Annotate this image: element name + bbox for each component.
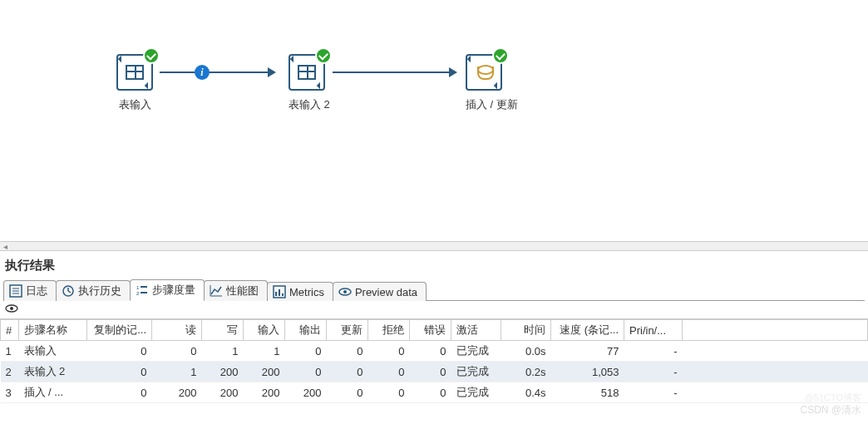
step-table-input-2[interactable]: 表输入 2 xyxy=(289,54,330,112)
tab-perf-graph[interactable]: 性能图 xyxy=(204,280,268,301)
step-label: 表输入 xyxy=(116,97,153,112)
hop-1[interactable] xyxy=(160,71,268,73)
cell-step-name: 表输入 xyxy=(19,341,87,362)
info-icon[interactable]: i xyxy=(195,65,210,80)
hop-2[interactable] xyxy=(333,71,449,73)
cell-out: 200 xyxy=(285,382,327,403)
chart-icon xyxy=(210,284,223,298)
table-row[interactable]: 1表输入00110000已完成0.0s77- xyxy=(1,341,868,362)
cell-in: 1 xyxy=(244,341,285,362)
col-update[interactable]: 更新 xyxy=(327,320,368,341)
eye-icon[interactable] xyxy=(5,304,18,317)
col-time[interactable]: 时间 xyxy=(501,320,551,341)
cell-copy: 0 xyxy=(87,341,152,362)
success-badge-icon xyxy=(315,47,332,64)
cell-active: 已完成 xyxy=(451,341,501,362)
cell-read: 200 xyxy=(152,382,202,403)
svg-rect-14 xyxy=(275,292,277,296)
col-reject[interactable]: 拒绝 xyxy=(368,320,410,341)
cell-read: 1 xyxy=(152,362,202,382)
watermark-secondary: @51CTO博客 xyxy=(805,392,861,404)
eye-icon xyxy=(338,285,352,298)
cell-index: 1 xyxy=(1,341,19,362)
cell-reject: 0 xyxy=(368,341,410,362)
cell-out: 0 xyxy=(285,341,327,362)
cell-time: 0.0s xyxy=(501,341,551,362)
results-title: 执行结果 xyxy=(0,251,868,279)
col-read[interactable]: 读 xyxy=(152,320,202,341)
cell-error: 0 xyxy=(410,341,451,362)
svg-point-20 xyxy=(10,307,13,310)
cell-error: 0 xyxy=(410,362,451,382)
cell-write: 200 xyxy=(202,362,244,382)
database-icon xyxy=(475,63,493,81)
tab-label: Metrics xyxy=(289,286,324,298)
log-icon xyxy=(9,284,22,298)
tab-history[interactable]: 执行历史 xyxy=(56,280,131,301)
cell-read: 0 xyxy=(152,341,202,362)
table-header-row: # 步骤名称 复制的记... 读 写 输入 输出 更新 拒绝 错误 激活 时间 … xyxy=(1,320,868,341)
col-error[interactable]: 错误 xyxy=(410,320,451,341)
table-icon xyxy=(126,65,144,80)
watermark-primary: CSDN @清水 xyxy=(800,403,861,417)
cell-copy: 0 xyxy=(87,362,152,382)
cell-write: 200 xyxy=(202,382,244,403)
col-step-name[interactable]: 步骤名称 xyxy=(19,320,87,341)
step-label: 插入 / 更新 xyxy=(466,97,518,112)
col-in[interactable]: 输入 xyxy=(244,320,285,341)
svg-rect-15 xyxy=(279,289,280,296)
cell-active: 已完成 xyxy=(451,362,501,382)
tab-label: 性能图 xyxy=(226,283,259,298)
tab-label: 执行历史 xyxy=(78,283,121,298)
svg-text:1: 1 xyxy=(136,285,140,290)
splitter[interactable] xyxy=(0,241,868,251)
tab-label: Preview data xyxy=(355,286,417,298)
results-tabs: 日志 执行历史 12 步骤度量 性能图 Metrics Preview data xyxy=(3,279,865,301)
svg-rect-16 xyxy=(282,293,284,296)
cell-index: 2 xyxy=(1,362,19,382)
table-row[interactable]: 3插入 / ...0200200200200000已完成0.4s518- xyxy=(1,382,868,403)
cell-pri: - xyxy=(624,341,683,362)
cell-write: 1 xyxy=(202,341,244,362)
cell-speed: 1,053 xyxy=(551,362,624,382)
cell-in: 200 xyxy=(244,382,285,403)
cell-time: 0.2s xyxy=(501,362,551,382)
cell-speed: 518 xyxy=(551,382,624,403)
tab-step-metrics[interactable]: 12 步骤度量 xyxy=(130,279,205,301)
cell-time: 0.4s xyxy=(501,382,551,403)
list-icon: 12 xyxy=(136,283,149,297)
transformation-canvas[interactable]: 表输入 i 表输入 2 插入 / 更新 xyxy=(0,0,868,241)
table-row[interactable]: 2表输入 2012002000000已完成0.2s1,053- xyxy=(1,362,868,382)
cell-copy: 0 xyxy=(87,382,152,403)
step-table-input-1[interactable]: 表输入 xyxy=(116,54,153,112)
tab-preview[interactable]: Preview data xyxy=(333,282,427,301)
cell-step-name: 插入 / ... xyxy=(19,382,87,403)
col-speed[interactable]: 速度 (条记... xyxy=(551,320,624,341)
cell-index: 3 xyxy=(1,382,19,403)
tab-metrics[interactable]: Metrics xyxy=(267,282,333,301)
col-index[interactable]: # xyxy=(1,320,19,341)
col-copy[interactable]: 复制的记... xyxy=(87,320,152,341)
cell-in: 200 xyxy=(244,362,285,382)
metrics-icon xyxy=(273,285,286,298)
svg-text:2: 2 xyxy=(136,291,140,296)
tab-log[interactable]: 日志 xyxy=(3,280,57,301)
tab-label: 步骤度量 xyxy=(152,283,195,298)
cell-step-name: 表输入 2 xyxy=(19,362,87,382)
filter-row xyxy=(0,301,868,319)
success-badge-icon xyxy=(143,47,160,64)
cell-error: 0 xyxy=(410,382,451,403)
cell-pri: - xyxy=(624,382,683,403)
col-active[interactable]: 激活 xyxy=(451,320,501,341)
col-filler xyxy=(683,320,868,341)
col-write[interactable]: 写 xyxy=(202,320,244,341)
cell-active: 已完成 xyxy=(451,382,501,403)
col-out[interactable]: 输出 xyxy=(285,320,327,341)
col-pri[interactable]: Pri/in/... xyxy=(624,320,683,341)
svg-line-6 xyxy=(68,291,71,293)
success-badge-icon xyxy=(492,47,509,64)
cell-out: 0 xyxy=(285,362,327,382)
step-insert-update[interactable]: 插入 / 更新 xyxy=(466,54,518,112)
cell-update: 0 xyxy=(327,341,368,362)
step-label: 表输入 2 xyxy=(289,97,330,112)
